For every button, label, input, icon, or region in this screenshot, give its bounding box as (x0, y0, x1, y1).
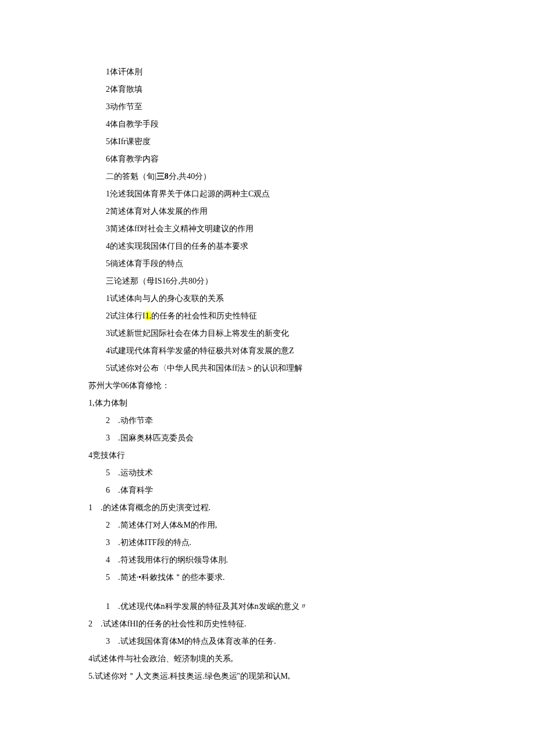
spacer (106, 587, 535, 599)
list-item: 2体育散填 (106, 81, 535, 98)
list-item: 3简述体ff对社会主义精神文明建议的作用 (106, 221, 535, 237)
header-text: 二的答魁（旬| (106, 172, 156, 181)
list-item: 1试述体向与人的身心友联的关系 (106, 291, 535, 307)
section-header: 苏州大学06体育修怆： (88, 378, 535, 394)
list-item: 6体育教学内容 (106, 151, 535, 167)
list-item: 4的述实现我国体仃目的任务的基本要求 (106, 238, 535, 255)
list-item: 2简述体育对人体发展的作用 (106, 203, 535, 220)
list-item: 4体自教学手段 (106, 116, 535, 132)
list-item: 5试述你对公布〈中华人民共和国体ff法＞的认识和理解 (106, 360, 535, 377)
list-item: 5体Ifr课密度 (106, 134, 535, 150)
list-item: 2 .简述体仃对人体&M的作用, (106, 517, 535, 533)
highlighted-text: 1. (145, 311, 152, 320)
section-header: 二的答魁（旬|三8分,共40分） (106, 169, 535, 185)
list-item: 5 .运动技术 (106, 465, 535, 481)
list-item: 2试注体行I1.的任务的社会性和历史性特征 (106, 308, 535, 324)
list-item: 3动作节至 (106, 99, 535, 115)
list-item: 3 .初述体ITF段的特点. (106, 535, 535, 551)
list-item: 1,体力体制 (88, 395, 535, 411)
list-item: 4 .符述我用体行的纲织领导体刖. (106, 552, 535, 568)
list-item: 3 .国麻奥林匹克委员会 (106, 430, 535, 446)
text: 2试注体行I (106, 311, 145, 320)
list-item: 1沦述我国体育界关于体口起源的两种主C观点 (106, 186, 535, 202)
list-item: 3 .试述我国体育体M的特点及体育改革的任务. (106, 633, 535, 650)
text: 的任务的社会性和历史性特征 (151, 311, 257, 320)
list-item: 4试述体件与社会政治、蛭济制境的关系, (88, 651, 535, 667)
list-item: 1 .优述现代体n科学发展的特征及其对体n发岷的意义〃 (106, 599, 535, 615)
list-item: 5.试述你对＂人文奥运.科技奥运.绿色奥运''的现第和认M, (88, 668, 535, 685)
list-item: 4竞技体行 (88, 447, 535, 464)
document-content: 1体讦体刖 2体育散填 3动作节至 4体自教学手段 5体Ifr课密度 6体育教学… (0, 64, 535, 685)
list-item: 1 .的述体育概念的历史演变过程. (88, 500, 535, 516)
list-item: 2 .试述体fHI的任务的社会性和历史性特征. (88, 616, 535, 632)
header-text: 分,共40分） (169, 172, 212, 181)
header-bold: 三8 (156, 172, 169, 181)
list-item: 4试建现代体育科学发盛的特征极共对体育发展的意Z (106, 343, 535, 359)
list-item: 3试述新世妃国际社会在体力目标上将发生的新变化 (106, 325, 535, 342)
list-item: 1体讦体刖 (106, 64, 535, 80)
list-item: 6 .体育科学 (106, 482, 535, 499)
list-item: 2 .动作节牵 (106, 413, 535, 429)
list-item: 5 .简述·•科敕找体＂的些本要求. (106, 569, 535, 586)
list-item: 5徜述体育手段的特点 (106, 256, 535, 272)
section-header: 三论述那（母IS16分,共80分） (106, 273, 535, 289)
